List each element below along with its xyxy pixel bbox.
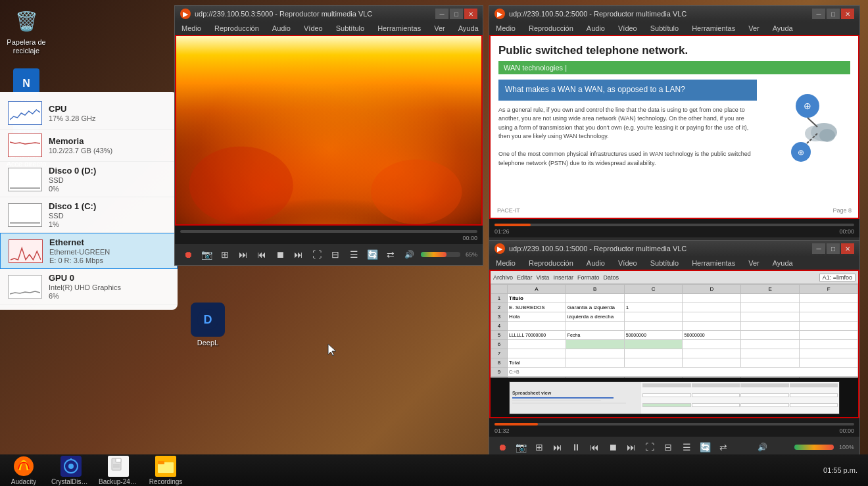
vlc1-progress-bar[interactable] [180,230,477,233]
vlc3-fullscreen-btn[interactable]: ⛶ [642,439,658,455]
gpu-title: GPU 0 [49,273,170,283]
vlc1-loop-btn[interactable]: 🔄 [364,247,380,262]
vlc1-volume-label: 65% [466,251,477,258]
vlc1-playlist-btn[interactable]: ☰ [346,247,362,262]
sysmon-disk1[interactable]: Disco 1 (C:) SSD 1% [0,197,178,233]
vlc3-menu-subtitulo[interactable]: Subtítulo [648,258,681,268]
vlc3-minimize-btn[interactable]: ─ [812,243,825,254]
vlc1-frame-btn[interactable]: ⏭ [235,247,251,262]
vlc3-play-btn[interactable]: ⏸ [568,439,584,455]
vlc1-stop-btn[interactable]: ⏹ [272,247,288,262]
vlc2-menubar: Medio Reproducción Audio Vídeo Subtítulo… [489,22,859,35]
vlc2-progress-bar[interactable] [494,224,854,226]
vlc3-record-btn[interactable]: ⏺ [494,439,510,455]
vlc2-window-controls: ─ □ ✕ [812,9,854,19]
vlc2-close-btn[interactable]: ✕ [841,9,854,19]
vlc3-close-btn[interactable]: ✕ [841,243,854,254]
taskbar-audacity[interactable]: Audacity [5,456,42,485]
vlc1-menu-medio[interactable]: Medio [179,23,204,34]
vlc3-stop-btn[interactable]: ⏹ [605,439,621,455]
vlc-window-1[interactable]: ▶ udp://239.100.50.3:5000 - Reproductor … [174,5,483,266]
vlc3-menu-ver[interactable]: Ver [746,258,762,268]
vlc3-menu-ayuda[interactable]: Ayuda [770,258,796,268]
vlc2-time-current: 01:26 [494,228,510,235]
svg-marker-35 [328,344,336,356]
vlc-window-3[interactable]: ▶ udp://239.100.50.1:5000 - Reproductor … [489,240,860,458]
vlc3-menu-herramientas[interactable]: Herramientas [689,258,738,268]
vlc2-menu-reproduccion[interactable]: Reproducción [526,23,576,34]
vlc1-record-btn[interactable]: ⏺ [180,247,196,262]
svg-text:⊕: ⊕ [798,148,804,157]
vlc1-menu-ayuda[interactable]: Ayuda [456,23,481,34]
vlc1-menu-ver[interactable]: Ver [431,23,448,34]
vlc2-menu-ver[interactable]: Ver [746,23,762,34]
vlc2-progress-fill [494,224,531,226]
vlc3-snapshot-btn[interactable]: 📷 [513,439,529,455]
vlc3-menu-reproduccion[interactable]: Reproducción [526,258,576,268]
vlc3-volume-fill [794,445,834,450]
recycle-bin-icon: 🗑️ [11,5,42,37]
vlc1-prev-btn[interactable]: ⏮ [254,247,270,262]
vlc2-maximize-btn[interactable]: □ [827,9,840,19]
sysmon-gpu[interactable]: GPU 0 Intel(R) UHD Graphics 6% [0,269,178,304]
vlc1-random-btn[interactable]: ⇄ [383,247,398,262]
vlc1-menu-reproduccion[interactable]: Reproducción [212,23,262,34]
audacity-icon [13,456,34,477]
vlc3-menu-video[interactable]: Vídeo [615,258,640,268]
vlc1-volume-slider[interactable] [421,252,460,257]
vlc1-maximize-btn[interactable]: □ [450,9,463,19]
vlc1-menu-video[interactable]: Vídeo [301,23,326,34]
vlc-window-2[interactable]: ▶ udp://239.100.50.2:5000 - Reproductor … [489,5,860,259]
vlc2-menu-subtitulo[interactable]: Subtítulo [648,23,681,34]
vlc1-snapshot-btn[interactable]: 📷 [199,247,214,262]
vlc1-video-area [175,35,483,226]
vlc3-prev-btn[interactable]: ⏮ [587,439,602,455]
vlc1-menu-herramientas[interactable]: Herramientas [375,23,423,34]
vlc2-minimize-btn[interactable]: ─ [812,9,825,19]
vlc3-window-controls: ─ □ ✕ [812,243,854,254]
sysmon-cpu[interactable]: CPU 17% 3.28 GHz [0,97,178,130]
vlc2-menu-audio[interactable]: Audio [584,23,608,34]
taskbar-crystaldiskinfo[interactable]: CrystalDiskInfo [53,456,89,485]
vlc1-menu-audio[interactable]: Audio [270,23,293,34]
recordings-icon [155,456,176,477]
svg-rect-34 [158,461,164,464]
vlc1-fullscreen-btn[interactable]: ⛶ [309,247,325,262]
vlc3-ext-btn[interactable]: ⊟ [660,439,676,455]
vlc3-loop-btn[interactable]: 🔄 [697,439,713,455]
vlc2-menu-video[interactable]: Vídeo [615,23,640,34]
vlc3-progress-bar[interactable] [494,423,854,425]
vlc3-menu-audio[interactable]: Audio [584,258,608,268]
vlc3-maximize-btn[interactable]: □ [827,243,840,254]
sysmon-memoria[interactable]: Memoria 10.2/23.7 GB (43%) [0,130,178,162]
vlc1-minimize-btn[interactable]: ─ [435,9,448,19]
vlc2-menu-medio[interactable]: Medio [493,23,518,34]
vlc3-playlist-btn[interactable]: ☰ [679,439,694,455]
vlc2-menu-herramientas[interactable]: Herramientas [689,23,738,34]
vlc2-menu-ayuda[interactable]: Ayuda [770,23,796,34]
vlc1-ext-btn[interactable]: ⊟ [327,247,343,262]
sysmon-disk0[interactable]: Disco 0 (D:) SSD 0% [0,162,178,197]
taskbar-time: 01:55 p.m. [823,466,863,474]
vlc3-random-btn[interactable]: ⇄ [715,439,731,455]
vlc1-menu-subtitulo[interactable]: Subtítulo [333,23,367,34]
taskbar-recordings[interactable]: Recordings [147,456,184,485]
vlc3-crop-btn[interactable]: ⊞ [531,439,547,455]
vlc2-progress-area: 01:26 00:00 [489,219,859,237]
vlc1-crop-btn[interactable]: ⊞ [217,247,233,262]
vlc3-progress-labels: 01:32 00:00 [494,427,854,434]
deepl-desktop-icon[interactable]: D DeepL [191,303,225,347]
vlc3-next-btn[interactable]: ⏭ [623,439,639,455]
vlc1-next-btn[interactable]: ⏭ [291,247,306,262]
vlc3-time-total: 00:00 [839,427,854,434]
vlc3-app-icon: ▶ [494,243,505,254]
sysmon-ethernet[interactable]: Ethernet Ethernet-UGREEN E: 0 R: 3.6 Mbp… [0,233,178,269]
taskbar-backup[interactable]: Backup-24-10-... [100,456,137,485]
vlc1-window-controls: ─ □ ✕ [435,9,477,19]
vlc1-close-btn[interactable]: ✕ [464,9,477,19]
vlc3-volume-slider[interactable] [794,445,834,450]
vlc3-menu-medio[interactable]: Medio [493,258,518,268]
vlc3-frame-btn[interactable]: ⏭ [550,439,566,455]
vlc2-progress-labels: 01:26 00:00 [494,228,854,235]
desktop-icon-recycle[interactable]: 🗑️ Papelera de reciclaje [5,5,47,55]
